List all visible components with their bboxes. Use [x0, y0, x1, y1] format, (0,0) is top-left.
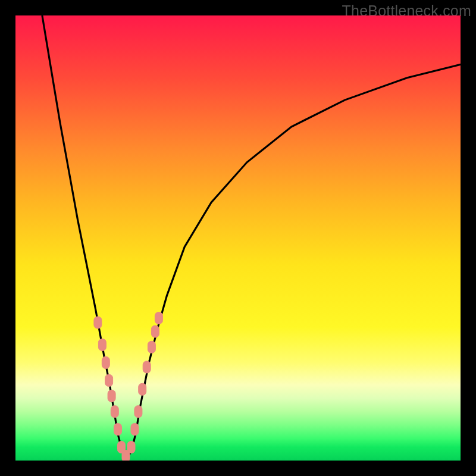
- bottleneck-curve-path: [42, 15, 461, 458]
- outer-frame: TheBottleneck.com: [0, 0, 476, 476]
- marker-point: [134, 406, 142, 418]
- marker-point: [155, 312, 162, 324]
- plot-area: [15, 15, 461, 461]
- marker-point: [102, 356, 109, 368]
- marker-point: [94, 317, 102, 328]
- marker-point: [111, 406, 118, 418]
- marker-point: [127, 441, 135, 453]
- marker-point: [114, 424, 122, 436]
- marker-point: [148, 341, 155, 353]
- marker-point: [143, 361, 151, 373]
- marker-point: [139, 383, 146, 395]
- marker-point: [151, 325, 159, 337]
- highlighted-markers: [94, 312, 163, 461]
- chart-svg: [15, 15, 461, 461]
- marker-point: [98, 339, 106, 351]
- marker-point: [131, 424, 139, 436]
- marker-point: [108, 390, 115, 402]
- marker-point: [105, 374, 113, 386]
